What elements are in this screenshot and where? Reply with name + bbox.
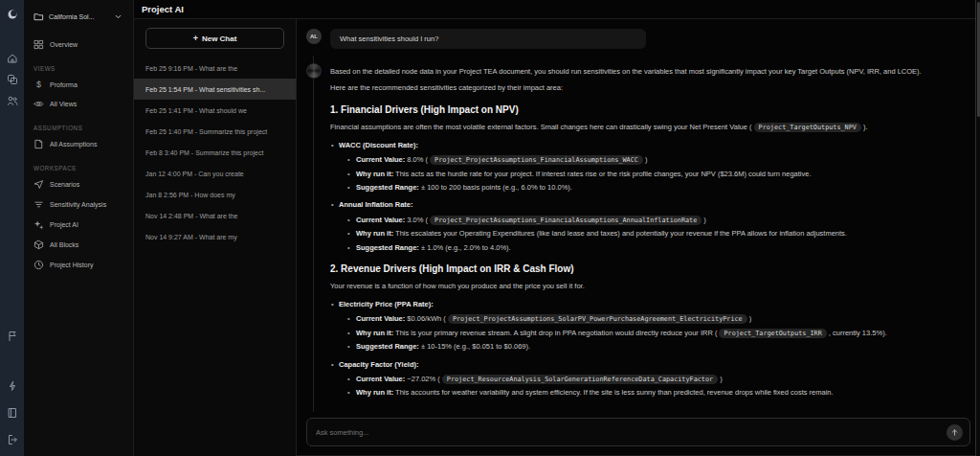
sidebar-item-label: Proforma <box>50 81 78 88</box>
rail-item-logo[interactable] <box>5 7 19 21</box>
page-title: Project AI <box>142 4 184 14</box>
chat-input[interactable] <box>316 428 947 437</box>
chat-history-item[interactable]: Feb 25 1:54 PM - What sensitivities sh..… <box>134 79 296 100</box>
assistant-section-heading: 1. Financial Drivers (High Impact on NPV… <box>330 104 959 117</box>
sidebar-item-sensitivity-analysis[interactable]: Sensitivity Analysis <box>32 194 125 215</box>
composer <box>306 418 970 446</box>
sidebar-item-all-views[interactable]: All Views <box>32 94 125 114</box>
chat-history-item[interactable]: Feb 25 1:41 PM - What should we <box>134 100 296 121</box>
chat-history-item[interactable]: Feb 25 9:16 PM - What are the <box>134 57 296 79</box>
blocks-icon <box>33 239 44 250</box>
eye-icon <box>33 99 44 109</box>
sidebar-item-label: Scenarios <box>50 181 79 188</box>
sidebar-item-overview[interactable]: Overview <box>32 34 125 55</box>
rail-item-book[interactable] <box>5 405 19 420</box>
sidebar-item-scenarios[interactable]: Scenarios <box>32 174 125 194</box>
sidebar-item-proforma[interactable]: $Proforma <box>32 75 125 94</box>
sidebar-item-label: All Blocks <box>50 241 78 248</box>
project-selector-label: California Sol... <box>49 13 108 20</box>
right-region: Project AI + New Chat Feb 25 9:16 PM - W… <box>134 0 980 456</box>
plus-icon: + <box>193 34 198 43</box>
assistant-paragraph: Based on the detailed node data in your … <box>330 67 959 76</box>
rail-item-home[interactable] <box>5 51 19 65</box>
right-body: + New Chat Feb 25 9:16 PM - What are the… <box>134 19 980 456</box>
assistant-paragraph: Financial assumptions are often the most… <box>330 123 959 131</box>
assistant-paragraph: Your revenue is a function of how much y… <box>330 282 959 290</box>
flag-icon <box>7 331 18 342</box>
scrollbar[interactable] <box>975 0 980 456</box>
sidebar-section-label: WORKSPACE <box>33 165 125 171</box>
arrow-up-icon <box>950 428 959 437</box>
assistant-bullet: Current Value: 3.0% ( Project_ProjectAss… <box>330 216 959 224</box>
send-button[interactable] <box>947 424 963 441</box>
sidebar-item-project-ai[interactable]: Project AI <box>32 215 125 235</box>
chat-history-item[interactable]: Feb 25 1:40 PM - Summarize this project <box>134 121 296 142</box>
logout-icon <box>7 434 18 445</box>
assistant-bullet: Suggested Range: ± 10-15% (e.g., $0.051 … <box>330 342 959 351</box>
assistant-message-row: Based on the detailed node data in your … <box>306 63 967 402</box>
user-message-row: AL What sensitivities should I run? <box>306 29 967 49</box>
sidebar-item-project-history[interactable]: Project History <box>32 255 125 275</box>
home-icon <box>7 53 18 64</box>
rail-item-users[interactable] <box>5 93 19 107</box>
assistant-paragraph: Here are the recommended sensitivities c… <box>330 83 959 92</box>
sidebar-section-label: ASSUMPTIONS <box>33 125 125 131</box>
rail-bottom <box>5 329 19 446</box>
rail-item-flag[interactable] <box>5 329 19 343</box>
new-chat-label: New Chat <box>202 34 236 43</box>
assistant-bullet: Current Value: 8.0% ( Project_ProjectAss… <box>330 155 959 164</box>
scenarios-icon <box>33 179 44 190</box>
rail-top <box>5 7 19 107</box>
rail-item-copy[interactable] <box>5 72 19 86</box>
code-reference-chip: Project_ProjectAssumptions_FinancialAssu… <box>430 216 702 225</box>
folder-icon <box>33 11 44 22</box>
conversation: AL What sensitivities should I run? Base… <box>297 19 980 412</box>
sidebar-item-all-assumptions[interactable]: All Assumptions <box>32 134 125 154</box>
assistant-bullet: Current Value: $0.06/kWh ( Project_Proje… <box>330 314 959 323</box>
sidebar-section-label: VIEWS <box>33 65 125 72</box>
book-icon <box>7 407 18 419</box>
sidebar-groups: OverviewVIEWS$ProformaAll ViewsASSUMPTIO… <box>32 34 125 275</box>
chat-history-panel: + New Chat Feb 25 9:16 PM - What are the… <box>134 19 297 456</box>
logo-icon <box>7 9 18 20</box>
assistant-bullet: Suggested Range: ± 100 to 200 basis poin… <box>330 183 959 192</box>
clock-icon <box>33 260 44 270</box>
project-selector[interactable]: California Sol... <box>32 10 125 22</box>
app-window: California Sol... OverviewVIEWS$Proforma… <box>0 0 980 456</box>
assistant-bullet: Why run it: This escalates your Operatin… <box>330 229 959 238</box>
rail-item-logout[interactable] <box>5 432 19 446</box>
chat-history-item[interactable]: Feb 8 3:40 PM - Summarize this project <box>134 142 296 163</box>
new-chat-button[interactable]: + New Chat <box>145 28 284 49</box>
chat-history-item[interactable]: Nov 14 2:48 PM - What are the <box>134 205 296 226</box>
user-message-bubble: What sensitivities should I run? <box>330 29 646 49</box>
chat-history-item[interactable]: Nov 14 9:27 AM - What are my <box>134 226 296 247</box>
code-reference-chip: Project_TargetOutputs_NPV <box>754 123 861 132</box>
chevron-down-icon <box>113 11 123 22</box>
assistant-bullet: Capacity Factor (Yield): <box>330 360 959 369</box>
assistant-bullet: Why run it: This accounts for weather va… <box>330 388 959 397</box>
assistant-bullet: Electricity Price (PPA Rate): <box>330 300 959 308</box>
code-reference-chip: Project_ProjectAssumptions_SolarPV_Power… <box>448 314 747 324</box>
page-header: Project AI <box>134 0 980 19</box>
sidebar-item-label: Project History <box>50 262 94 268</box>
rail-item-zap[interactable] <box>5 378 19 393</box>
zap-icon <box>7 380 18 392</box>
chat-history-item[interactable]: Jan 12 4:00 PM - Can you create <box>134 163 296 184</box>
assistant-message-content: Based on the detailed node data in your … <box>330 63 967 402</box>
assistant-bullet: Why run it: This is your primary revenue… <box>330 329 959 337</box>
copy-icon <box>7 74 18 85</box>
user-avatar: AL <box>306 29 322 44</box>
assistant-bullet: Annual Inflation Rate: <box>330 200 959 209</box>
sidebar-item-label: Project AI <box>50 221 78 228</box>
sidebar-nav: California Sol... OverviewVIEWS$Proforma… <box>24 0 134 456</box>
chat-history-item[interactable]: Jan 8 2:56 PM - How does my <box>134 184 296 205</box>
sidebar-item-label: All Views <box>50 101 77 107</box>
code-reference-chip: Project_ResourceAnalysis_SolarGeneration… <box>442 375 718 384</box>
users-icon <box>7 95 18 106</box>
assistant-bullet: Current Value: ~27.02% ( Project_Resourc… <box>330 375 959 383</box>
sidebar-item-label: Sensitivity Analysis <box>50 201 106 208</box>
code-reference-chip: Project_TargetOutputs_IRR <box>719 329 826 338</box>
chat-main: AL What sensitivities should I run? Base… <box>297 19 980 456</box>
assistant-bullet: Why run it: This acts as the hurdle rate… <box>330 170 959 178</box>
sidebar-item-all-blocks[interactable]: All Blocks <box>32 235 125 255</box>
